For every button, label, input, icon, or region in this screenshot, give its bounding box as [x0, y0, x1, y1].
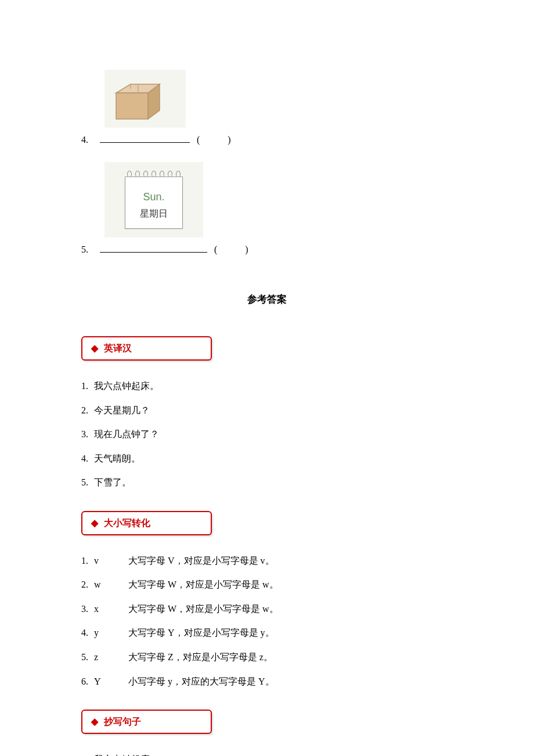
section-title: 大小写转化 [104, 518, 150, 528]
question-5: 5. ( ) [81, 242, 453, 257]
item-number: 4. [81, 625, 92, 640]
diamond-icon: ◆ [91, 518, 98, 528]
calendar-illustration: Sun. 星期日 [104, 162, 203, 237]
list-item: 2. w 大写字母 W，对应是小写字母是 w。 [81, 577, 453, 592]
diamond-icon: ◆ [91, 717, 98, 726]
item-number: 1. [81, 752, 92, 756]
list-item: 2. 今天星期几？ [81, 403, 453, 418]
calendar-page: Sun. 星期日 [125, 177, 183, 229]
question-number: 5. [81, 242, 93, 257]
paren-open: ( [214, 244, 217, 254]
item-letter: y [94, 625, 126, 640]
item-letter: v [94, 553, 126, 568]
list-item: 4. y 大写字母 Y，对应是小写字母是 y。 [81, 625, 453, 640]
item-number: 3. [81, 602, 92, 617]
answer-key-title: 参考答案 [81, 291, 453, 307]
cardboard-box-icon [104, 70, 186, 128]
item-text: 现在几点钟了？ [94, 429, 159, 439]
item-text: 大写字母 Z，对应是小写字母是 z。 [128, 652, 273, 662]
section-title: 抄写句子 [104, 717, 141, 726]
item-number: 1. [81, 379, 92, 394]
list-item: 5. 下雪了。 [81, 475, 453, 490]
item-text: 今天星期几？ [94, 405, 150, 415]
list-item: 6. Y 小写字母 y，对应的大写字母是 Y。 [81, 674, 453, 689]
calendar-day-text: 星期日 [125, 206, 182, 221]
item-number: 1. [81, 553, 92, 568]
paren-close: ) [245, 244, 248, 254]
section-header-translate: ◆ 英译汉 [81, 336, 212, 361]
copy-answer-list: 1. 我六点钟起床。 2. 你什么时候上学？ [81, 752, 453, 756]
list-item: 4. 天气晴朗。 [81, 451, 453, 466]
list-item: 3. x 大写字母 W，对应是小写字母是 w。 [81, 602, 453, 617]
item-text: 大写字母 W，对应是小写字母是 w。 [128, 579, 279, 589]
list-item: 3. 现在几点钟了？ [81, 427, 453, 442]
item-number: 6. [81, 674, 92, 689]
box-illustration-container [81, 70, 453, 128]
item-text: 我六点钟起床。 [94, 381, 159, 391]
translate-answer-list: 1. 我六点钟起床。 2. 今天星期几？ 3. 现在几点钟了？ 4. 天气晴朗。… [81, 379, 453, 490]
item-text: 小写字母 y，对应的大写字母是 Y。 [128, 676, 275, 686]
item-text: 大写字母 W，对应是小写字母是 w。 [128, 604, 279, 614]
calendar-illustration-container: Sun. 星期日 [81, 162, 453, 237]
item-letter: w [94, 577, 126, 592]
section-title: 英译汉 [104, 343, 132, 353]
item-number: 3. [81, 427, 92, 442]
item-text: 天气晴朗。 [94, 453, 140, 463]
answer-blank[interactable] [100, 142, 190, 143]
item-number: 5. [81, 475, 92, 490]
item-text: 大写字母 V，对应是小写字母是 v。 [128, 556, 275, 566]
calendar-sun-text: Sun. [125, 189, 182, 206]
item-text: 下雪了。 [94, 477, 131, 487]
item-letter: Y [94, 674, 126, 689]
answer-blank[interactable] [100, 252, 207, 253]
svg-marker-1 [116, 93, 148, 119]
item-number: 2. [81, 403, 92, 418]
item-number: 4. [81, 451, 92, 466]
question-4: 4. ( ) [81, 132, 453, 147]
diamond-icon: ◆ [91, 343, 98, 353]
case-answer-list: 1. v 大写字母 V，对应是小写字母是 v。 2. w 大写字母 W，对应是小… [81, 553, 453, 689]
list-item: 1. 我六点钟起床。 [81, 752, 453, 756]
list-item: 1. 我六点钟起床。 [81, 379, 453, 394]
item-letter: z [94, 650, 126, 665]
item-number: 2. [81, 577, 92, 592]
item-number: 5. [81, 650, 92, 665]
question-number: 4. [81, 132, 93, 147]
box-illustration [104, 70, 186, 128]
paren-open: ( [197, 135, 200, 145]
item-text: 大写字母 Y，对应是小写字母是 y。 [128, 628, 275, 638]
paren-close: ) [228, 135, 230, 145]
section-header-case: ◆ 大小写转化 [81, 511, 212, 535]
list-item: 1. v 大写字母 V，对应是小写字母是 v。 [81, 553, 453, 568]
section-header-copy: ◆ 抄写句子 [81, 710, 212, 734]
list-item: 5. z 大写字母 Z，对应是小写字母是 z。 [81, 650, 453, 665]
item-letter: x [94, 602, 126, 617]
